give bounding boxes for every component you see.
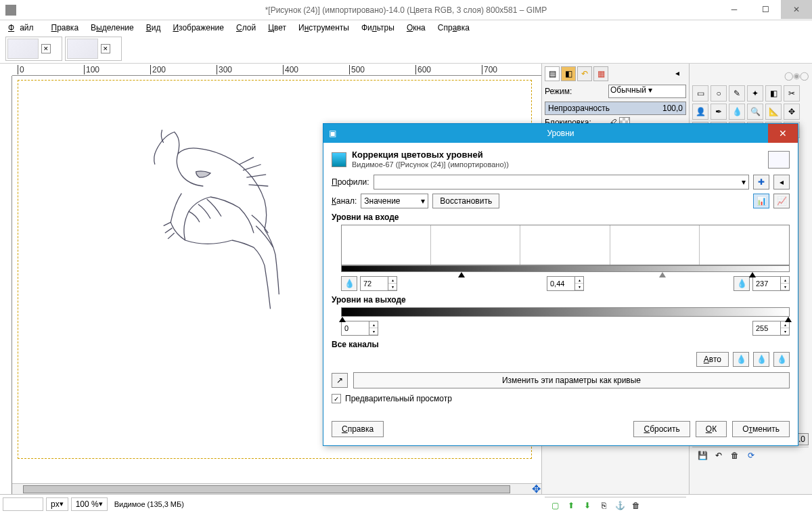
input-black-handle[interactable]: [458, 272, 465, 277]
histogram[interactable]: [341, 225, 790, 265]
menu-select[interactable]: Выделение: [85, 22, 139, 34]
doctab-close-icon[interactable]: ✕: [41, 44, 51, 53]
output-high-spinner[interactable]: ▴▾: [752, 321, 790, 336]
menu-view[interactable]: Вид: [141, 22, 166, 34]
navigator-icon[interactable]: ✥: [531, 485, 541, 494]
color-picker-tool-icon[interactable]: 💧: [729, 104, 745, 120]
window-controls: ─ ☐ ✕: [719, 0, 812, 19]
undo-tab-icon[interactable]: ▦: [593, 66, 608, 81]
input-high-spinner[interactable]: ▴▾: [752, 276, 790, 291]
zoom-tool-icon[interactable]: 🔍: [747, 104, 763, 120]
channels-tab-icon[interactable]: ◧: [561, 66, 576, 81]
menu-edit[interactable]: Правка: [46, 22, 85, 34]
output-high-field[interactable]: [753, 321, 780, 335]
measure-tool-icon[interactable]: 📐: [765, 104, 782, 120]
white-eyedropper-icon[interactable]: 💧: [734, 276, 750, 291]
menu-tools[interactable]: Инструменты: [293, 22, 355, 34]
scissors-tool-icon[interactable]: ✂: [784, 85, 800, 102]
mode-label: Режим:: [545, 87, 606, 96]
rect-select-tool-icon[interactable]: ▭: [692, 85, 708, 102]
reset-options-icon[interactable]: ⟳: [745, 449, 757, 462]
mode-select[interactable]: Обычный ▾: [608, 85, 686, 98]
output-gradient[interactable]: [341, 307, 790, 317]
minimize-button[interactable]: ─: [719, 0, 750, 19]
paths-tab-icon[interactable]: ↶: [577, 66, 592, 81]
menu-windows[interactable]: Окна: [401, 22, 431, 34]
save-options-icon[interactable]: 💾: [696, 449, 708, 462]
pick-gray-icon[interactable]: 💧: [753, 352, 769, 367]
ellipse-select-tool-icon[interactable]: ○: [710, 85, 727, 102]
dialog-footer: Справка Сбросить ОК Отменить: [323, 416, 798, 445]
input-low-field[interactable]: [361, 277, 388, 290]
histogram-log-icon[interactable]: 📈: [773, 194, 790, 208]
input-gamma-spinner[interactable]: ▴▾: [547, 276, 584, 291]
menu-image[interactable]: Изображение: [167, 22, 229, 34]
doctab-thumb: [67, 39, 98, 59]
doctab-close-icon[interactable]: ✕: [101, 44, 110, 53]
output-black-handle[interactable]: [339, 317, 346, 322]
ruler-vertical[interactable]: [0, 76, 12, 494]
close-button[interactable]: ✕: [781, 0, 812, 19]
pick-black-icon[interactable]: 💧: [733, 352, 749, 367]
move-tool-icon[interactable]: ✥: [784, 104, 800, 120]
output-low-spinner[interactable]: ▴▾: [341, 321, 378, 336]
ruler-tick: 200: [150, 65, 166, 74]
channel-select[interactable]: Значение▾: [361, 194, 428, 208]
edit-as-curves-button[interactable]: Изменить эти параметры как кривые: [353, 372, 790, 388]
auto-button[interactable]: Авто: [696, 352, 729, 367]
input-low-spinner[interactable]: ▴▾: [360, 276, 397, 291]
ok-button[interactable]: ОК: [696, 421, 727, 437]
input-white-handle[interactable]: [749, 272, 756, 277]
dialog-title: Уровни: [547, 129, 574, 138]
cancel-button[interactable]: Отменить: [732, 421, 790, 437]
ruler-tick: 0: [18, 65, 24, 74]
scrollbar-thumb[interactable]: [23, 485, 510, 493]
opacity-label: Непрозрачность: [548, 104, 610, 113]
output-white-handle[interactable]: [785, 317, 792, 322]
profile-menu-icon[interactable]: ◂: [773, 175, 790, 189]
free-select-tool-icon[interactable]: ✎: [729, 85, 745, 102]
layers-tab-icon[interactable]: ▤: [545, 66, 560, 81]
maximize-button[interactable]: ☐: [750, 0, 781, 19]
horizontal-scrollbar[interactable]: ✥: [12, 483, 541, 494]
ruler-horizontal[interactable]: 0 100 200 300 400 500 600 700: [12, 64, 541, 76]
reset-channel-button[interactable]: Восстановить: [432, 194, 499, 208]
output-low-field[interactable]: [342, 321, 369, 335]
pick-white-icon[interactable]: 💧: [773, 352, 790, 367]
restore-options-icon[interactable]: ↶: [713, 449, 725, 462]
input-gamma-handle[interactable]: [659, 272, 666, 277]
dialog-close-button[interactable]: ✕: [768, 124, 798, 143]
ruler-tick: 400: [283, 65, 298, 74]
menu-layer[interactable]: Слой: [231, 22, 261, 34]
menu-color[interactable]: Цвет: [263, 22, 292, 34]
document-tab-1[interactable]: ✕: [5, 37, 62, 61]
color-select-tool-icon[interactable]: ◧: [765, 85, 782, 102]
dialog-titlebar[interactable]: ▣ Уровни ✕: [323, 124, 798, 143]
reset-button[interactable]: Сбросить: [633, 421, 690, 437]
preview-checkbox[interactable]: ✓: [332, 394, 341, 403]
unit-select[interactable]: px ▾: [46, 497, 68, 511]
menu-help[interactable]: Справка: [432, 22, 475, 34]
zoom-select[interactable]: 100 % ▾: [71, 497, 108, 511]
input-high-field[interactable]: [753, 277, 780, 290]
add-profile-icon[interactable]: ✚: [753, 175, 769, 189]
help-button[interactable]: Справка: [332, 421, 384, 437]
panel-menu-icon[interactable]: ◂: [675, 68, 686, 79]
input-gamma-field[interactable]: [547, 277, 574, 290]
foreground-tool-icon[interactable]: 👤: [692, 104, 708, 120]
preview-row: ✓ Предварительный просмотр: [332, 394, 790, 403]
delete-options-icon[interactable]: 🗑: [729, 449, 741, 462]
opacity-slider[interactable]: Непрозрачность 100,0: [545, 102, 686, 115]
profiles-select[interactable]: ▾: [374, 175, 749, 189]
document-tab-2[interactable]: ✕: [65, 37, 122, 61]
input-gradient[interactable]: [341, 265, 790, 272]
output-values-row: ▴▾ ▴▾: [341, 321, 790, 336]
paths-tool-icon[interactable]: ✒: [710, 104, 727, 120]
black-eyedropper-icon[interactable]: 💧: [341, 276, 357, 291]
edit-curve-icon[interactable]: ↗: [332, 373, 348, 388]
menu-filters[interactable]: Фильтры: [356, 22, 400, 34]
menu-file[interactable]: Файл: [3, 22, 45, 34]
fuzzy-select-tool-icon[interactable]: ✦: [747, 85, 763, 102]
app-icon: [5, 5, 16, 16]
histogram-linear-icon[interactable]: 📊: [753, 194, 769, 208]
